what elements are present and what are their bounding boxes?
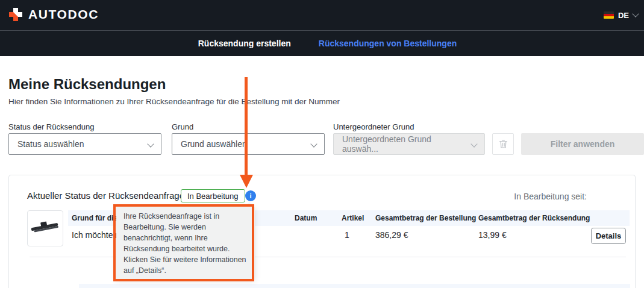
return-request-card: Aktueller Status der Rücksendeanfrage In…	[8, 175, 636, 288]
chevron-down-icon	[632, 10, 639, 17]
product-thumbnail[interactable]	[27, 210, 63, 246]
chevron-down-icon	[470, 140, 477, 147]
status-filter-select[interactable]: Status auswählen	[8, 133, 161, 155]
col-header-return-total: Gesamtbetrag der Rücksendung	[478, 214, 590, 222]
current-status-label: Aktueller Status der Rücksendeanfrage	[27, 190, 184, 201]
cell-order-total: 386,29 €	[375, 230, 408, 240]
in-progress-since-label: In Bearbeitung seit:	[514, 192, 587, 201]
page-title: Meine Rücksendungen	[8, 76, 166, 93]
clear-filters-button[interactable]	[492, 133, 514, 155]
reason-filter-value: Grund auswählen	[181, 139, 247, 149]
next-table-header-row	[79, 284, 630, 288]
status-filter-value: Status auswählen	[17, 139, 84, 149]
subreason-filter-label: Untergeordneter Grund	[333, 122, 414, 131]
tab-create-return[interactable]: Rücksendung erstellen	[198, 39, 291, 48]
cell-return-total: 13,99 €	[478, 230, 507, 240]
subreason-filter-select[interactable]: Untergeordneten Grund auswäh...	[333, 133, 485, 155]
trash-icon	[499, 139, 508, 149]
cell-reason: Ich möchte r	[72, 230, 118, 240]
brand-name: AUTODOC	[28, 7, 99, 22]
col-header-date: Datum	[295, 214, 317, 222]
language-switcher[interactable]: DE	[604, 0, 638, 30]
top-header-bar: AUTODOC DE	[0, 0, 644, 30]
status-info-tooltip: Ihre Rücksendeanfrage ist in Bearbeitung…	[116, 207, 255, 280]
chevron-down-icon	[147, 140, 154, 147]
german-flag-icon	[604, 11, 614, 19]
page-subtitle: Hier finden Sie Informationen zu Ihrer R…	[8, 97, 340, 106]
reason-filter-select[interactable]: Grund auswählen	[172, 133, 325, 155]
details-button[interactable]: Details	[591, 228, 626, 244]
status-filter-label: Status der Rücksendung	[8, 122, 94, 131]
autodoc-plus-icon	[8, 7, 23, 22]
autodoc-logo[interactable]: AUTODOC	[8, 7, 99, 22]
chevron-down-icon	[310, 140, 317, 147]
apply-filter-button[interactable]: Filter anwenden	[521, 133, 644, 155]
col-header-order-total: Gesamtbetrag der Bestellung	[375, 214, 476, 222]
cell-items: 1	[345, 230, 349, 240]
col-header-items: Artikel	[342, 214, 364, 222]
tooltip-caret	[245, 201, 254, 207]
subreason-filter-value: Untergeordneten Grund auswäh...	[342, 134, 466, 154]
annotation-arrow-line	[245, 77, 248, 176]
status-badge: In Bearbeitung	[181, 189, 245, 202]
returns-nav-bar: Rücksendung erstellen Rücksendungen von …	[0, 30, 644, 56]
wiper-blade-image	[30, 213, 61, 244]
reason-filter-label: Grund	[172, 122, 193, 131]
info-icon[interactable]: i	[245, 190, 256, 201]
language-code: DE	[618, 11, 629, 20]
tab-returns-of-orders[interactable]: Rücksendungen von Bestellungen	[319, 39, 457, 48]
